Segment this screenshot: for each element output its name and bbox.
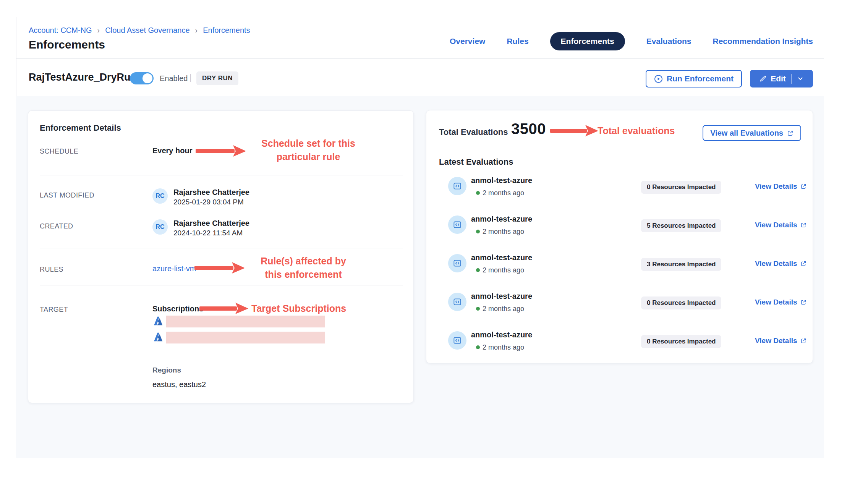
- created-label: CREATED: [40, 222, 73, 230]
- resources-impacted-badge: 0 Resources Impacted: [641, 335, 721, 348]
- evaluation-script-icon: [448, 293, 466, 311]
- last-modified-label: LAST MODIFIED: [40, 191, 94, 199]
- external-link-icon: [800, 338, 806, 344]
- header-divider: [16, 58, 824, 59]
- pencil-icon: [759, 75, 767, 83]
- resources-impacted-badge: 0 Resources Impacted: [641, 181, 721, 194]
- evaluation-row[interactable]: anmol-test-azure 2 months ago 0 Resource…: [426, 327, 813, 354]
- created-user: Rajarshee Chatterjee: [173, 219, 249, 228]
- view-details-link[interactable]: View Details: [755, 221, 806, 229]
- evaluation-row[interactable]: anmol-test-azure 2 months ago 5 Resource…: [426, 211, 813, 238]
- tab-recommendation-insights[interactable]: Recommendation Insights: [713, 37, 813, 46]
- breadcrumb: Account: CCM-NG › Cloud Asset Governance…: [29, 26, 250, 35]
- rule-link[interactable]: azure-list-vm: [152, 264, 196, 273]
- enabled-label: Enabled: [160, 74, 188, 83]
- evaluation-script-icon: [448, 254, 466, 272]
- breadcrumb-enforcements-link[interactable]: Enforcements: [203, 26, 250, 35]
- toolbar-divider: [16, 96, 824, 96]
- annotation-arrow-rules: [194, 261, 245, 276]
- page-title: Enforcements: [29, 38, 105, 51]
- evaluation-time: 2 months ago: [483, 228, 524, 236]
- evaluation-name: anmol-test-azure: [471, 330, 532, 339]
- evaluation-row[interactable]: anmol-test-azure 2 months ago 0 Resource…: [426, 288, 813, 316]
- resources-impacted-badge: 0 Resources Impacted: [641, 296, 721, 309]
- last-modified-user: Rajarshee Chatterjee: [173, 188, 249, 197]
- run-enforcement-label: Run Enforcement: [667, 74, 734, 83]
- annotation-rules: Rule(s) affected by this enforcement: [246, 254, 361, 281]
- resources-impacted-badge: 3 Resources Impacted: [641, 258, 721, 271]
- subscription-redacted-2: [166, 332, 325, 343]
- evaluation-row[interactable]: anmol-test-azure 2 months ago 3 Resource…: [426, 249, 813, 277]
- external-link-icon: [800, 299, 806, 305]
- status-dot: [476, 268, 480, 272]
- status-dot: [476, 191, 480, 195]
- view-details-link[interactable]: View Details: [755, 337, 806, 345]
- target-label: TARGET: [40, 306, 68, 314]
- tab-evaluations[interactable]: Evaluations: [646, 37, 691, 46]
- evaluation-script-icon: [448, 331, 466, 350]
- regions-label: Regions: [152, 366, 181, 374]
- view-details-label: View Details: [755, 182, 797, 191]
- view-details-label: View Details: [755, 259, 797, 268]
- annotation-target: Target Subscriptions: [251, 302, 346, 315]
- run-enforcement-button[interactable]: Run Enforcement: [646, 70, 742, 87]
- view-details-link[interactable]: View Details: [755, 182, 806, 191]
- annotation-schedule: Schedule set for this particular rule: [249, 137, 368, 164]
- external-link-icon: [800, 261, 806, 267]
- enabled-toggle[interactable]: [130, 72, 154, 84]
- tab-enforcements[interactable]: Enforcements: [550, 32, 625, 50]
- subscription-redacted-1: [166, 316, 325, 327]
- latest-evaluations-heading: Latest Evaluations: [439, 157, 513, 167]
- tab-overview[interactable]: Overview: [450, 37, 485, 46]
- details-heading: Enforcement Details: [40, 123, 121, 133]
- evaluation-name: anmol-test-azure: [471, 253, 532, 262]
- view-details-label: View Details: [755, 337, 797, 345]
- view-details-link[interactable]: View Details: [755, 259, 806, 268]
- section-divider: [40, 248, 403, 248]
- edit-split-button[interactable]: Edit: [750, 70, 813, 87]
- enforcements-page: Account: CCM-NG › Cloud Asset Governance…: [0, 0, 868, 486]
- evaluation-time: 2 months ago: [483, 305, 524, 313]
- breadcrumb-separator-icon: ›: [195, 26, 198, 35]
- edit-label: Edit: [771, 74, 786, 83]
- external-link-icon: [800, 222, 806, 228]
- azure-icon: [152, 331, 164, 343]
- evaluation-script-icon: [448, 215, 466, 234]
- evaluation-time: 2 months ago: [483, 266, 524, 274]
- module-tabs: Overview Rules Enforcements Evaluations …: [450, 32, 813, 50]
- enforcement-name: RajTestAzure_DryRun: [29, 71, 137, 83]
- view-details-label: View Details: [755, 221, 797, 229]
- schedule-label: SCHEDULE: [40, 147, 78, 156]
- status-dot: [476, 307, 480, 311]
- last-modified-date: 2025-01-29 03:04 PM: [173, 198, 244, 206]
- tab-rules[interactable]: Rules: [507, 37, 528, 46]
- button-split-divider: [791, 74, 792, 84]
- view-all-evaluations-button[interactable]: View all Evaluations: [703, 125, 801, 141]
- azure-icon: [152, 315, 164, 327]
- rules-label: RULES: [40, 266, 63, 274]
- status-dot: [476, 345, 480, 349]
- regions-value: eastus, eastus2: [152, 380, 206, 389]
- external-link-icon: [800, 183, 806, 190]
- dry-run-badge: DRY RUN: [196, 71, 238, 85]
- chevron-down-icon[interactable]: [797, 75, 804, 82]
- status-dot: [476, 230, 480, 233]
- schedule-value: Every hour: [152, 146, 192, 155]
- total-evaluations-value: 3500: [511, 120, 546, 138]
- breadcrumb-governance-link[interactable]: Cloud Asset Governance: [105, 26, 189, 35]
- annotation-total: Total evaluations: [598, 124, 675, 138]
- avatar: RC: [152, 219, 168, 235]
- breadcrumb-account-link[interactable]: Account: CCM-NG: [29, 26, 92, 35]
- view-all-evaluations-label: View all Evaluations: [710, 129, 783, 138]
- resources-impacted-badge: 5 Resources Impacted: [641, 219, 721, 232]
- evaluation-name: anmol-test-azure: [471, 215, 532, 224]
- view-details-link[interactable]: View Details: [755, 298, 806, 306]
- toggle-knob: [143, 73, 152, 83]
- section-divider: [40, 175, 403, 175]
- avatar: RC: [152, 188, 168, 204]
- play-circle-icon: [654, 75, 663, 83]
- annotation-arrow-target: [199, 302, 248, 316]
- external-link-icon: [787, 130, 794, 136]
- evaluation-row[interactable]: anmol-test-azure 2 months ago 0 Resource…: [426, 172, 813, 200]
- breadcrumb-separator-icon: ›: [97, 26, 100, 35]
